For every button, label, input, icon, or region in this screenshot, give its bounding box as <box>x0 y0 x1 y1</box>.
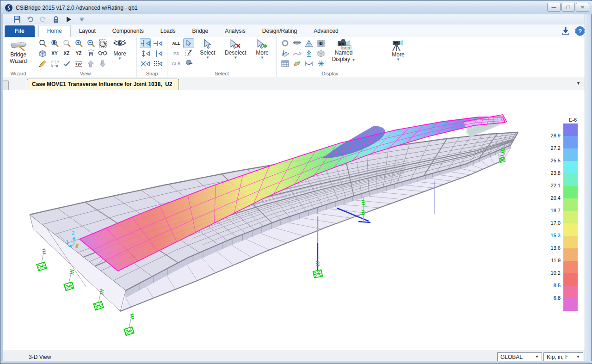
select-button-label: Select <box>200 49 215 56</box>
snap-to-midpoints-icon[interactable] <box>140 49 151 58</box>
title-bar[interactable]: CSiBridge 2015 v17.2.0 Advanced w/Rating… <box>1 1 592 14</box>
3d-view-icon[interactable]: 3d <box>37 49 48 58</box>
textured-view-icon[interactable] <box>315 38 327 48</box>
background-tab-sliver[interactable] <box>3 80 9 90</box>
svg-text:2: 2 <box>72 230 74 236</box>
ribbon-tab-analysis[interactable]: Analysis <box>216 25 254 37</box>
rubber-band-zoom-icon[interactable] <box>37 38 48 48</box>
set-display-limits-icon[interactable] <box>49 59 60 68</box>
deformed-shape-icon[interactable] <box>291 38 302 48</box>
deselect-button[interactable]: Deselect ▼ <box>221 38 250 69</box>
view-more-caret-icon: ▼ <box>118 57 122 61</box>
ribbon-tab-file[interactable]: File <box>5 25 35 37</box>
minimize-button[interactable]: — <box>547 3 561 12</box>
show-axes-star-icon[interactable] <box>315 59 327 68</box>
select-more-button[interactable]: More ▼ <box>251 38 273 69</box>
draw-mode-icon[interactable] <box>37 59 48 68</box>
pan-icon[interactable] <box>97 38 108 48</box>
display-more-button[interactable]: More ▼ <box>386 38 410 62</box>
mode-shape-icon[interactable] <box>303 38 314 48</box>
select-more-label: More <box>256 49 268 56</box>
zoom-window-icon[interactable] <box>49 38 60 48</box>
legend-exponent-label: E-6 <box>543 117 578 123</box>
window-title: CSiBridge 2015 v17.2.0 Advanced w/Rating… <box>16 5 138 11</box>
snap-to-ends-icon[interactable] <box>152 38 163 48</box>
frame-spring-loads-icon[interactable] <box>291 49 302 58</box>
customize-toolbar-icon[interactable] <box>78 15 86 24</box>
influence-lines-icon[interactable] <box>303 49 314 58</box>
object-solid-view-icon[interactable] <box>315 49 327 58</box>
legend-tick-label: 8.5 <box>554 283 561 288</box>
legend-tick-label: 13.6 <box>551 245 561 251</box>
model-viewport[interactable]: 21 E-6 28.927.225.523.822.120.418.717.01… <box>3 90 585 351</box>
close-button[interactable]: ✕ <box>576 3 589 12</box>
ribbon-tab-layout[interactable]: Layout <box>71 25 104 37</box>
legend-segment <box>563 148 578 161</box>
select-clr-button[interactable]: CLR <box>170 59 182 69</box>
named-display-label-2: Display ▼ <box>332 56 356 62</box>
document-tab[interactable]: Case MOVE1 Transverse Influence for Join… <box>27 79 179 90</box>
redo-icon[interactable] <box>39 15 47 24</box>
perspective-icon[interactable] <box>97 49 108 58</box>
select-ps-button[interactable]: PS <box>170 49 182 59</box>
show-tables-icon[interactable] <box>279 59 290 68</box>
select-all-button[interactable]: ALL <box>170 38 182 49</box>
legend-segment <box>563 261 578 273</box>
download-updates-icon[interactable] <box>561 26 570 36</box>
move-down-in-list-icon[interactable] <box>97 59 108 68</box>
svg-text:?: ? <box>578 28 582 35</box>
ribbon-tab-components[interactable]: Components <box>104 25 152 37</box>
units-dropdown[interactable]: Kip, in, F ▼ <box>543 352 583 362</box>
app-window: CSiBridge 2015 v17.2.0 Advanced w/Rating… <box>0 0 592 364</box>
view-plane-xz-icon[interactable]: XZ <box>61 49 72 58</box>
polygon-select-button[interactable] <box>183 58 194 68</box>
lock-icon[interactable] <box>52 15 60 24</box>
help-icon[interactable]: ? <box>575 26 585 36</box>
pointer-select-button[interactable] <box>183 38 194 48</box>
coord-dropdown-caret-icon: ▼ <box>531 355 539 359</box>
coordinate-system-dropdown[interactable]: GLOBAL ▼ <box>497 352 542 362</box>
zoom-in-icon[interactable] <box>73 38 84 48</box>
undo-icon[interactable] <box>26 15 34 24</box>
previous-zoom-icon[interactable] <box>61 38 72 48</box>
named-display-label-1: Named <box>335 49 353 56</box>
cable-shape-icon[interactable] <box>303 59 314 68</box>
named-display-button[interactable]: name Named Display ▼ <box>327 38 360 69</box>
window-bottom-border <box>1 361 592 363</box>
legend-segment <box>563 136 578 148</box>
show-axes-icon[interactable]: xyz <box>73 59 84 68</box>
rotate-view-icon[interactable]: () <box>85 49 96 58</box>
ribbon-tab-loads[interactable]: Loads <box>152 25 184 37</box>
ribbon-tab-bridge[interactable]: Bridge <box>184 25 216 37</box>
snap-to-intersections-icon[interactable] <box>140 59 151 68</box>
named-display-icon: name <box>336 38 352 49</box>
rubber-band-select-button[interactable] <box>183 48 194 58</box>
ribbon-tab-design-rating[interactable]: Design/Rating <box>254 25 305 37</box>
show-undeformed-eye-icon[interactable] <box>113 38 127 48</box>
select-button[interactable]: Select ▼ <box>195 38 220 69</box>
snap-to-points-icon[interactable] <box>140 38 151 48</box>
bridge-wizard-button[interactable]: Bridge Wizard <box>6 38 31 65</box>
joint-loads-icon[interactable] <box>279 49 290 58</box>
zoom-out-icon[interactable] <box>85 38 96 48</box>
view-more-button[interactable]: More ▼ <box>110 48 130 62</box>
tab-list-caret-icon[interactable]: ▼ <box>576 81 580 86</box>
section-cut-icon[interactable] <box>279 38 290 48</box>
bridge-wizard-label-1: Bridge <box>10 51 26 58</box>
view-plane-yz-icon[interactable]: YZ <box>73 49 84 58</box>
run-analysis-icon[interactable] <box>65 15 73 24</box>
show-contours-icon[interactable] <box>291 59 302 68</box>
snap-to-grid-icon[interactable] <box>152 59 163 68</box>
svg-text:name: name <box>342 46 351 49</box>
select-caret-icon: ▼ <box>206 56 210 60</box>
ribbon-tab-home[interactable]: Home <box>38 25 71 37</box>
snap-to-lines-icon[interactable] <box>152 49 163 58</box>
move-up-in-list-icon[interactable] <box>85 59 96 68</box>
display-group-label: Display <box>277 71 383 76</box>
view-plane-xy-icon[interactable]: XY <box>49 49 60 58</box>
quick-access-toolbar <box>3 14 585 25</box>
ribbon-tab-advanced[interactable]: Advanced <box>305 25 346 37</box>
save-icon[interactable] <box>13 15 21 24</box>
object-shrink-toggle-icon[interactable] <box>61 59 72 68</box>
maximize-button[interactable]: ▢ <box>561 3 575 12</box>
